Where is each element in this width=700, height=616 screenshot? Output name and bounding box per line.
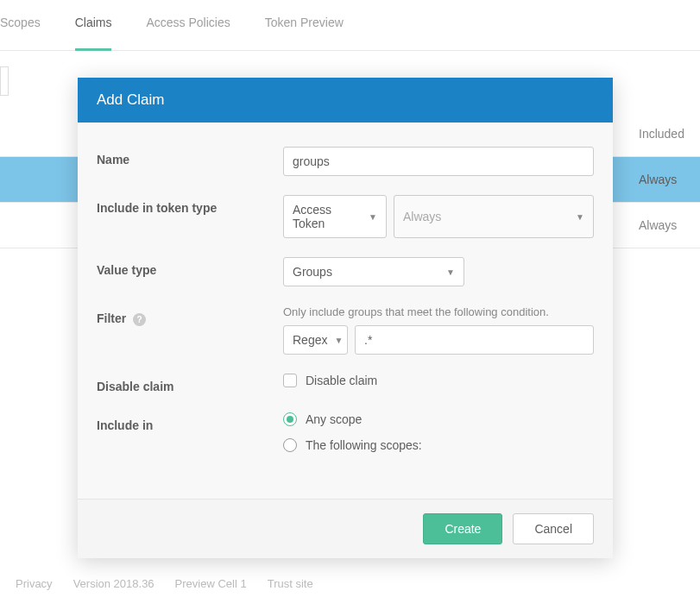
chevron-down-icon: ▼: [334, 336, 343, 345]
chevron-down-icon: ▼: [369, 212, 377, 222]
footer-privacy[interactable]: Privacy: [16, 577, 53, 590]
value-type-select[interactable]: Groups ▼: [283, 257, 464, 286]
cancel-button[interactable]: Cancel: [513, 513, 594, 544]
tab-access-policies[interactable]: Access Policies: [146, 16, 230, 40]
token-when-value: Always: [403, 210, 441, 223]
value-type-value: Groups: [293, 265, 332, 279]
filter-helper-text: Only include groups that meet the follow…: [283, 305, 594, 318]
token-type-select[interactable]: Access Token ▼: [283, 195, 387, 238]
add-claim-modal: Add Claim Name Include in token type Acc…: [78, 78, 613, 558]
label-filter: Filter ?: [97, 305, 283, 355]
tab-token-preview[interactable]: Token Preview: [265, 16, 344, 40]
radio-any-scope-label: Any scope: [306, 412, 362, 426]
filter-mode-select[interactable]: Regex ▼: [283, 325, 348, 355]
tab-bar: Scopes Claims Access Policies Token Prev…: [0, 5, 700, 51]
tab-claims[interactable]: Claims: [75, 16, 112, 51]
label-token-type: Include in token type: [97, 195, 283, 238]
tab-scopes[interactable]: Scopes: [0, 16, 41, 40]
disable-claim-checkbox-label: Disable claim: [306, 374, 377, 387]
disable-claim-checkbox[interactable]: [283, 374, 297, 387]
chevron-down-icon: ▼: [576, 212, 584, 222]
chevron-down-icon: ▼: [446, 267, 455, 277]
name-input[interactable]: [283, 147, 594, 176]
form-row-disable-claim: Disable claim Disable claim: [97, 374, 594, 393]
create-button[interactable]: Create: [423, 513, 502, 544]
label-include-in: Include in: [97, 412, 283, 464]
label-value-type: Value type: [97, 257, 283, 286]
filter-mode-value: Regex: [293, 333, 327, 347]
form-row-token-type: Include in token type Access Token ▼ Alw…: [97, 195, 594, 238]
token-when-select[interactable]: Always ▼: [394, 195, 594, 238]
modal-body: Name Include in token type Access Token …: [78, 123, 613, 499]
footer-cell: Preview Cell 1: [175, 577, 247, 590]
radio-following-scopes-label: The following scopes:: [306, 438, 422, 452]
modal-title: Add Claim: [78, 78, 613, 123]
form-row-filter: Filter ? Only include groups that meet t…: [97, 305, 594, 355]
search-fragment: [0, 66, 9, 96]
footer-trust[interactable]: Trust site: [268, 577, 313, 590]
form-row-value-type: Value type Groups ▼: [97, 257, 594, 286]
token-type-value: Access Token: [293, 203, 362, 230]
form-row-name: Name: [97, 147, 594, 176]
footer: Privacy Version 2018.36 Preview Cell 1 T…: [16, 577, 313, 590]
form-row-include-in: Include in Any scope The following scope…: [97, 412, 594, 464]
filter-value-input[interactable]: [355, 325, 594, 355]
label-disable-claim: Disable claim: [97, 374, 283, 393]
help-icon[interactable]: ?: [133, 313, 146, 326]
radio-any-scope[interactable]: [283, 412, 297, 426]
label-name: Name: [97, 147, 283, 176]
radio-following-scopes[interactable]: [283, 438, 297, 452]
modal-footer: Create Cancel: [78, 499, 613, 558]
footer-version: Version 2018.36: [73, 577, 155, 590]
